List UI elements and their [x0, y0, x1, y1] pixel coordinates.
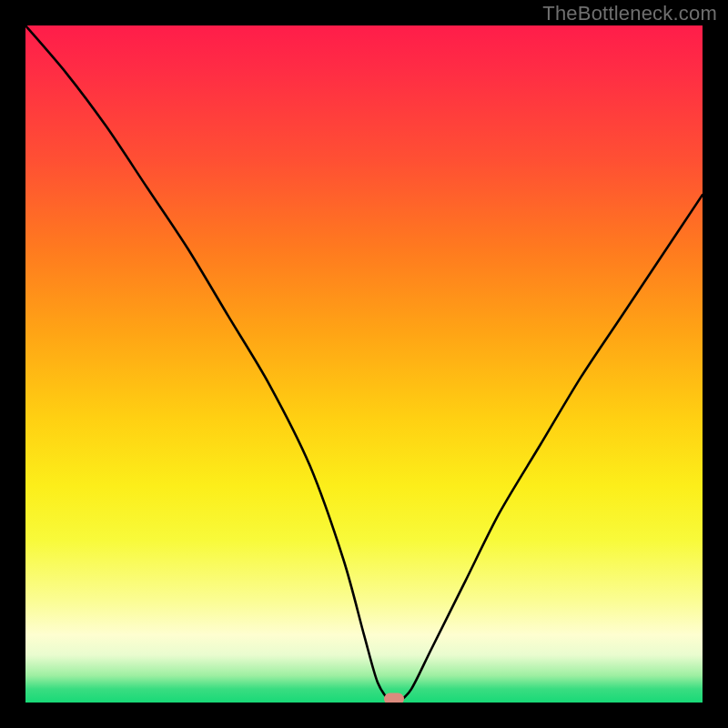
watermark-text: TheBottleneck.com	[542, 2, 717, 25]
bottleneck-curve	[25, 25, 703, 703]
plot-area	[25, 25, 703, 703]
chart-frame: TheBottleneck.com	[0, 0, 728, 728]
curve-path	[25, 25, 703, 703]
minimum-marker	[384, 693, 404, 703]
